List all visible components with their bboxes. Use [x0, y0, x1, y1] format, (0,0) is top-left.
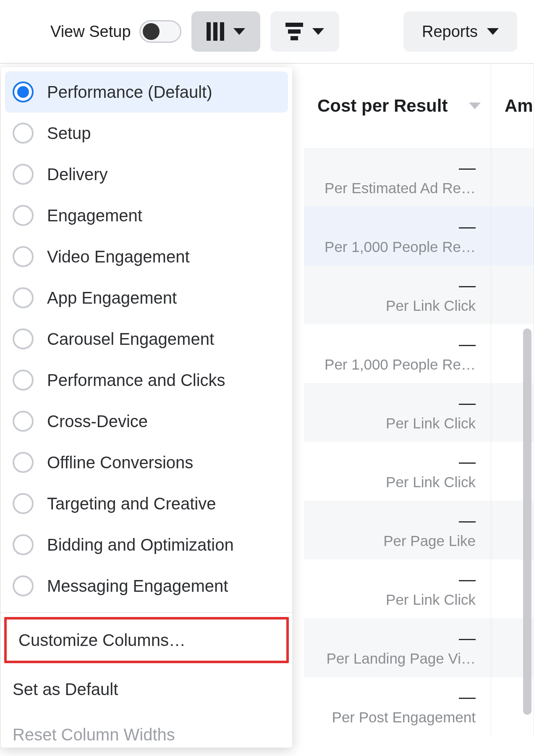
column-preset-label: Setup: [47, 124, 91, 143]
column-preset-label: Delivery: [47, 165, 107, 184]
radio-icon: [13, 287, 34, 308]
chevron-down-icon: [487, 28, 499, 35]
cell-value: —: [459, 335, 476, 354]
cell-subtext: Per 1,000 People Re…: [325, 356, 476, 373]
column-preset-label: Video Engagement: [47, 247, 190, 266]
columns-button[interactable]: [191, 11, 260, 52]
customize-columns-label: Customize Columns…: [18, 631, 186, 650]
cell-cost-per-result: —Per Link Click: [304, 559, 491, 618]
cell-value: —: [459, 158, 476, 177]
reports-label: Reports: [422, 23, 478, 41]
cell-value: —: [459, 452, 476, 471]
set-as-default-action[interactable]: Set as Default: [1, 667, 292, 712]
column-preset-item[interactable]: Video Engagement: [5, 236, 288, 277]
column-preset-label: Cross-Device: [47, 412, 148, 431]
column-header-label: Am: [505, 96, 533, 116]
column-preset-label: Bidding and Optimization: [47, 536, 234, 554]
cell-cost-per-result: —Per Landing Page Vi…: [304, 618, 491, 677]
view-setup-label: View Setup: [50, 23, 131, 41]
chevron-down-icon: [312, 28, 324, 35]
cell-cost-per-result: —Per Page Like: [304, 501, 491, 559]
radio-icon: [13, 370, 34, 391]
cell-subtext: Per Estimated Ad Re…: [325, 180, 476, 197]
radio-icon: [13, 411, 34, 432]
radio-icon: [13, 81, 34, 102]
breakdown-icon: [285, 23, 303, 40]
radio-icon: [13, 328, 34, 349]
cell-value: —: [459, 511, 476, 530]
column-preset-item[interactable]: Setup: [5, 113, 288, 154]
reports-button[interactable]: Reports: [403, 11, 517, 52]
scrollbar-track[interactable]: [523, 215, 531, 756]
cell-subtext: Per Link Click: [386, 591, 476, 608]
column-preset-item[interactable]: Performance and Clicks: [5, 360, 288, 401]
top-toolbar: View Setup Reports: [0, 0, 534, 64]
column-preset-label: Performance and Clicks: [47, 371, 225, 390]
cell-subtext: Per 1,000 People Re…: [325, 239, 476, 255]
columns-icon: [207, 22, 224, 41]
cell-amount: [491, 148, 534, 207]
cell-value: —: [459, 688, 476, 706]
customize-columns-action[interactable]: Customize Columns…: [4, 617, 289, 663]
view-setup-toggle[interactable]: [139, 20, 181, 43]
column-preset-item[interactable]: Bidding and Optimization: [5, 524, 288, 565]
reset-column-widths-action[interactable]: Reset Column Widths: [1, 712, 292, 748]
column-preset-item[interactable]: Targeting and Creative: [5, 483, 288, 524]
cell-value: —: [459, 629, 476, 648]
cell-cost-per-result: —Per Link Click: [304, 383, 491, 442]
set-as-default-label: Set as Default: [13, 680, 118, 699]
column-preset-label: Offline Conversions: [47, 453, 193, 472]
cell-value: —: [459, 276, 476, 295]
cell-value: —: [459, 570, 476, 589]
radio-icon: [13, 534, 34, 555]
cell-cost-per-result: —Per 1,000 People Re…: [304, 324, 491, 383]
column-preset-item[interactable]: Carousel Engagement: [5, 318, 288, 360]
column-preset-item[interactable]: Delivery: [5, 154, 288, 195]
cell-subtext: Per Link Click: [386, 474, 476, 491]
column-preset-item[interactable]: App Engagement: [5, 277, 288, 318]
scrollbar-thumb[interactable]: [523, 328, 531, 715]
column-preset-label: App Engagement: [47, 289, 177, 307]
column-header-amount[interactable]: Am: [491, 64, 534, 148]
column-preset-item[interactable]: Messaging Engagement: [5, 565, 288, 606]
radio-icon: [13, 205, 34, 226]
radio-icon: [13, 493, 34, 514]
column-preset-item[interactable]: Performance (Default): [5, 71, 288, 113]
cell-cost-per-result: —Per Estimated Ad Re…: [304, 148, 491, 207]
view-setup-control[interactable]: View Setup: [50, 20, 181, 43]
columns-dropdown: Performance (Default)SetupDeliveryEngage…: [1, 67, 292, 748]
cell-cost-per-result: —Per Link Click: [304, 442, 491, 501]
radio-icon: [13, 246, 34, 267]
toggle-knob: [143, 23, 160, 40]
column-header-label: Cost per Result: [317, 96, 448, 116]
column-preset-list: Performance (Default)SetupDeliveryEngage…: [1, 67, 292, 606]
radio-icon: [13, 452, 34, 473]
radio-icon: [13, 164, 34, 185]
reset-column-widths-label: Reset Column Widths: [13, 725, 175, 744]
column-preset-label: Messaging Engagement: [47, 577, 228, 596]
cell-cost-per-result: —Per Link Click: [304, 265, 491, 324]
chevron-down-icon: [233, 28, 245, 35]
cell-cost-per-result: —Per 1,000 People Re…: [304, 207, 491, 265]
cell-value: —: [459, 394, 476, 412]
cell-value: —: [459, 217, 476, 236]
column-preset-label: Engagement: [47, 206, 142, 225]
column-header-cost[interactable]: Cost per Result: [304, 64, 491, 148]
cell-subtext: Per Link Click: [386, 297, 476, 314]
cell-cost-per-result: —Per Post Engagement: [304, 677, 491, 736]
cell-subtext: Per Post Engagement: [332, 709, 476, 726]
column-preset-item[interactable]: Engagement: [5, 195, 288, 236]
column-preset-item[interactable]: Offline Conversions: [5, 442, 288, 483]
breakdown-button[interactable]: [270, 11, 339, 52]
radio-icon: [13, 575, 34, 596]
radio-icon: [13, 123, 34, 144]
cell-subtext: Per Link Click: [386, 415, 476, 432]
column-preset-label: Carousel Engagement: [47, 330, 214, 349]
cell-subtext: Per Landing Page Vi…: [327, 650, 476, 667]
sort-icon[interactable]: [469, 102, 481, 109]
divider: [1, 612, 292, 613]
column-preset-label: Performance (Default): [47, 83, 212, 102]
column-preset-label: Targeting and Creative: [47, 494, 216, 513]
cell-subtext: Per Page Like: [383, 533, 476, 549]
column-preset-item[interactable]: Cross-Device: [5, 401, 288, 442]
